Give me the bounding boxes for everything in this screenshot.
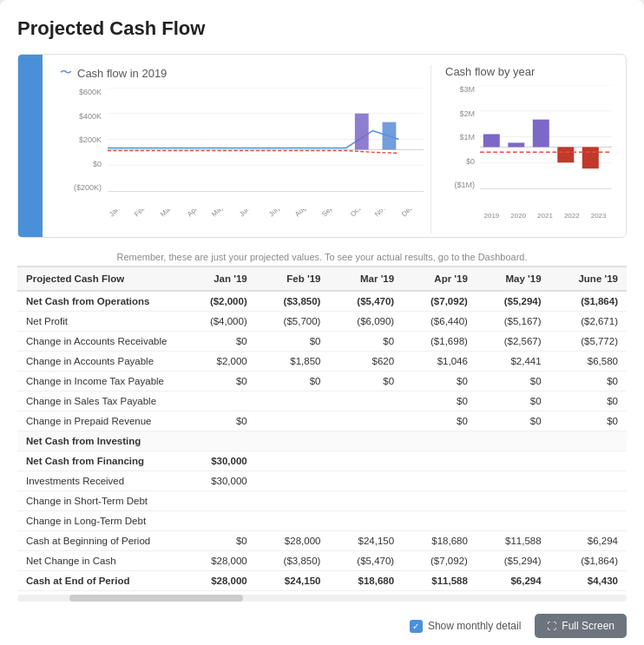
row-value: ($6,440) — [403, 312, 476, 332]
x-label: June '19 — [238, 209, 271, 227]
row-label: Net Cash from Operations — [17, 291, 182, 312]
fullscreen-label: Full Screen — [562, 620, 614, 632]
table-row: Net Cash from Investing — [17, 431, 627, 451]
row-value: ($5,772) — [550, 332, 627, 352]
row-label: Net Cash from Financing — [17, 451, 182, 471]
col-header-jan: Jan '19 — [182, 267, 256, 291]
show-monthly-checkbox[interactable]: ✓ — [410, 620, 423, 633]
y-label: $600K — [60, 88, 105, 96]
horizontal-scrollbar[interactable] — [17, 595, 627, 602]
row-value — [256, 511, 330, 531]
bar-chart-svg — [480, 85, 612, 188]
x-label: 2021 — [537, 212, 553, 220]
row-value: $2,000 — [182, 352, 256, 372]
svg-rect-5 — [355, 114, 369, 150]
row-label: Change in Long-Term Debt — [17, 511, 182, 531]
row-value — [182, 491, 256, 511]
row-value: $0 — [550, 372, 627, 392]
col-header-feb: Feb '19 — [256, 267, 330, 291]
row-value: $1,850 — [256, 352, 330, 372]
row-value — [329, 392, 403, 411]
row-value — [256, 491, 330, 511]
table-row: Net Profit($4,000)($5,700)($6,090)($6,44… — [17, 312, 627, 332]
row-value: ($2,000) — [182, 291, 256, 312]
row-value: $24,150 — [329, 531, 403, 551]
row-value: $30,000 — [182, 451, 256, 471]
row-label: Net Cash from Investing — [17, 431, 182, 451]
row-value — [256, 471, 330, 491]
table-row: Change in Prepaid Revenue$0$0$0$0 — [17, 411, 627, 431]
row-value — [403, 431, 476, 451]
y-label: $200K — [60, 135, 105, 144]
row-value — [476, 511, 550, 531]
row-value: $0 — [329, 372, 403, 392]
table-row: Change in Long-Term Debt — [17, 511, 627, 531]
chart-right-area: $3M $2M $1M $0 ($1M) — [445, 85, 612, 207]
chart-left-container: 〜 Cash flow in 2019 $600K $400K $200K $0… — [32, 65, 424, 234]
row-value — [403, 491, 476, 511]
y-label: $0 — [60, 160, 105, 168]
row-label: Change in Prepaid Revenue — [17, 411, 182, 431]
row-value: $0 — [256, 332, 330, 352]
row-value — [182, 392, 256, 411]
row-value: $0 — [182, 332, 256, 352]
table-row: Net Change in Cash$28,000($3,850)($5,470… — [17, 551, 627, 571]
svg-rect-15 — [557, 147, 574, 162]
row-value: ($5,294) — [476, 291, 550, 312]
row-value: $620 — [329, 352, 403, 372]
row-value: $4,430 — [550, 571, 627, 591]
y-label: $1M — [445, 133, 478, 142]
chart-plot-right — [480, 85, 612, 189]
row-value — [550, 471, 627, 491]
row-value: $0 — [329, 332, 403, 352]
row-value: ($1,864) — [550, 291, 627, 312]
bottom-bar: ✓ Show monthly detail ⛶ Full Screen — [17, 614, 627, 638]
row-value — [476, 471, 550, 491]
row-label: Investments Received — [17, 471, 182, 491]
row-value — [329, 511, 403, 531]
row-value: ($1,698) — [403, 332, 476, 352]
row-value: $0 — [182, 531, 256, 551]
row-label: Change in Short-Term Debt — [17, 491, 182, 511]
row-value — [256, 451, 330, 471]
row-value — [256, 431, 330, 451]
show-monthly-label: Show monthly detail — [428, 620, 521, 632]
row-value: $6,294 — [550, 531, 627, 551]
notice-text: Remember, these are just your projected … — [17, 252, 627, 262]
scrollbar-thumb[interactable] — [69, 595, 243, 602]
row-value: $28,000 — [182, 571, 256, 591]
row-value: $0 — [476, 372, 550, 392]
line-chart-svg — [108, 88, 424, 191]
row-value: $18,680 — [403, 531, 476, 551]
chart-right-container: Cash flow by year $3M $2M $1M $0 ($1M) — [438, 65, 612, 234]
y-label: ($1M) — [445, 181, 478, 189]
row-value: ($1,864) — [550, 551, 627, 571]
row-value: ($5,700) — [256, 312, 330, 332]
row-value: ($5,167) — [476, 312, 550, 332]
row-label: Change in Sales Tax Payable — [17, 392, 182, 411]
y-axis-right: $3M $2M $1M $0 ($1M) — [445, 85, 478, 189]
x-label: 2022 — [564, 212, 580, 220]
row-value — [256, 392, 330, 411]
chart-section: 〜 Cash flow in 2019 $600K $400K $200K $0… — [17, 54, 627, 238]
chart-left-area: $600K $400K $200K $0 ($200K) — [60, 88, 424, 209]
row-value: $0 — [403, 372, 476, 392]
row-value — [329, 451, 403, 471]
row-value — [550, 491, 627, 511]
table-row: Change in Accounts Payable$2,000$1,850$6… — [17, 352, 627, 372]
x-label: Sept '19 — [320, 209, 353, 227]
svg-rect-12 — [483, 135, 500, 148]
row-value — [256, 411, 330, 431]
table-row: Net Cash from Operations($2,000)($3,850)… — [17, 291, 627, 312]
row-value: ($5,294) — [476, 551, 550, 571]
row-value — [476, 491, 550, 511]
fullscreen-button[interactable]: ⛶ Full Screen — [535, 614, 627, 638]
row-value: $11,588 — [476, 531, 550, 551]
chart-plot-left — [108, 88, 424, 192]
y-label: $0 — [445, 157, 478, 166]
x-axis-right: 2019 2020 2021 2022 2023 — [478, 208, 612, 220]
table-row: Cash at End of Period$28,000$24,150$18,6… — [17, 571, 627, 591]
x-label: 2020 — [510, 212, 526, 220]
x-label: 2023 — [591, 212, 607, 220]
svg-rect-6 — [383, 122, 397, 150]
